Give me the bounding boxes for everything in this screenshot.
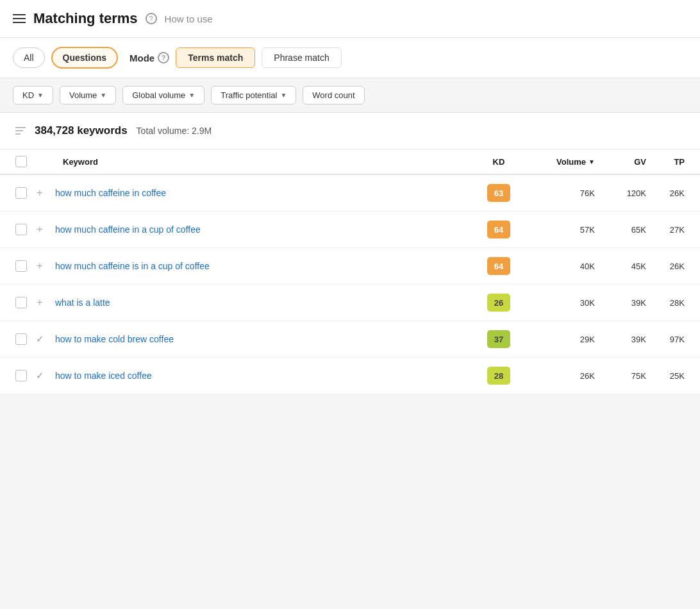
- volume-1: 57K: [524, 225, 595, 235]
- mode-help-icon[interactable]: ?: [158, 52, 169, 63]
- word-count-filter-btn[interactable]: Word count: [303, 86, 364, 104]
- gv-1: 65K: [595, 225, 646, 235]
- tp-4: 97K: [646, 335, 685, 344]
- kd-badge-4: 37: [487, 330, 510, 348]
- kd-col-1: 64: [473, 221, 524, 238]
- add-keyword-icon[interactable]: +: [33, 187, 46, 199]
- row-checkbox-3[interactable]: [15, 297, 27, 308]
- mode-label: Mode ?: [129, 52, 169, 63]
- table-row: + how much caffeine is in a cup of coffe…: [0, 248, 700, 285]
- volume-sort-arrow: ▼: [588, 158, 595, 165]
- header-checkbox[interactable]: [15, 156, 27, 167]
- tp-2: 26K: [646, 262, 685, 271]
- questions-filter-btn[interactable]: Questions: [51, 47, 118, 69]
- page-title: Matching terms: [33, 10, 138, 27]
- volume-0: 76K: [524, 188, 595, 198]
- gv-5: 75K: [595, 371, 646, 381]
- kd-col-0: 63: [473, 184, 524, 202]
- kd-badge-2: 64: [487, 257, 510, 275]
- th-keyword: Keyword: [33, 157, 473, 167]
- kd-col-3: 26: [473, 294, 524, 312]
- volume-4: 29K: [524, 335, 595, 344]
- table-header: Keyword KD Volume ▼ GV TP: [0, 149, 700, 175]
- table-row: + how much caffeine in a cup of coffee 6…: [0, 212, 700, 248]
- filter-bar: All Questions Mode ? Terms match Phrase …: [0, 38, 700, 78]
- keyword-link-1[interactable]: how much caffeine in a cup of coffee: [55, 224, 473, 235]
- how-to-use-link[interactable]: How to use: [165, 13, 213, 24]
- table-row: ✓ how to make iced coffee 28 26K 75K 25K: [0, 358, 700, 394]
- check-keyword-icon[interactable]: ✓: [33, 333, 46, 345]
- terms-match-btn[interactable]: Terms match: [176, 47, 255, 68]
- volume-2: 40K: [524, 262, 595, 271]
- row-checkbox-2[interactable]: [15, 260, 27, 272]
- add-keyword-icon[interactable]: +: [33, 260, 46, 272]
- tp-0: 26K: [646, 188, 685, 198]
- table-row: ✓ how to make cold brew coffee 37 29K 39…: [0, 321, 700, 358]
- gv-3: 39K: [595, 298, 646, 308]
- volume-5: 26K: [524, 371, 595, 381]
- row-checkbox-4[interactable]: [15, 333, 27, 345]
- tp-1: 27K: [646, 225, 685, 235]
- th-kd: KD: [473, 157, 524, 167]
- table-body: + how much caffeine in coffee 63 76K 120…: [0, 175, 700, 394]
- row-checkbox-0[interactable]: [15, 187, 27, 199]
- add-keyword-icon[interactable]: +: [33, 224, 46, 235]
- volume-dropdown-arrow: ▼: [100, 92, 106, 99]
- kd-col-5: 28: [473, 367, 524, 385]
- tp-dropdown-arrow: ▼: [280, 92, 287, 99]
- tp-3: 28K: [646, 298, 685, 308]
- header: Matching terms ? How to use: [0, 0, 700, 38]
- gv-2: 45K: [595, 262, 646, 271]
- phrase-match-btn[interactable]: Phrase match: [262, 47, 341, 68]
- keyword-link-3[interactable]: what is a latte: [55, 297, 473, 308]
- th-volume[interactable]: Volume ▼: [524, 157, 595, 167]
- total-volume: Total volume: 2.9M: [137, 126, 212, 136]
- table-row: + what is a latte 26 30K 39K 28K: [0, 285, 700, 321]
- check-keyword-icon[interactable]: ✓: [33, 370, 46, 381]
- keyword-link-5[interactable]: how to make iced coffee: [55, 371, 473, 381]
- volume-filter-btn[interactable]: Volume ▼: [60, 86, 116, 104]
- kd-badge-3: 26: [487, 294, 510, 312]
- kd-dropdown-arrow: ▼: [37, 92, 44, 99]
- kd-badge-5: 28: [487, 367, 510, 385]
- kd-filter-btn[interactable]: KD ▼: [13, 86, 53, 104]
- kd-col-4: 37: [473, 330, 524, 348]
- kd-badge-1: 64: [487, 221, 510, 238]
- kd-col-2: 64: [473, 257, 524, 275]
- sort-icon: [15, 127, 26, 135]
- volume-3: 30K: [524, 298, 595, 308]
- hamburger-menu[interactable]: [13, 14, 26, 23]
- table-row: + how much caffeine in coffee 63 76K 120…: [0, 175, 700, 212]
- summary-row: 384,728 keywords Total volume: 2.9M: [0, 113, 700, 149]
- th-tp: TP: [646, 157, 685, 167]
- gv-4: 39K: [595, 335, 646, 344]
- th-gv: GV: [595, 157, 646, 167]
- gv-0: 120K: [595, 188, 646, 198]
- row-checkbox-5[interactable]: [15, 370, 27, 381]
- keyword-table: Keyword KD Volume ▼ GV TP + how much caf…: [0, 149, 700, 394]
- col-filter-bar: KD ▼ Volume ▼ Global volume ▼ Traffic po…: [0, 78, 700, 113]
- all-filter-btn[interactable]: All: [13, 47, 45, 68]
- row-checkbox-1[interactable]: [15, 224, 27, 235]
- add-keyword-icon[interactable]: +: [33, 297, 46, 308]
- keyword-link-0[interactable]: how much caffeine in coffee: [55, 188, 473, 198]
- gv-dropdown-arrow: ▼: [188, 92, 195, 99]
- kd-badge-0: 63: [487, 184, 510, 202]
- tp-5: 25K: [646, 371, 685, 381]
- traffic-potential-filter-btn[interactable]: Traffic potential ▼: [211, 86, 296, 104]
- keyword-link-4[interactable]: how to make cold brew coffee: [55, 334, 473, 344]
- help-icon[interactable]: ?: [146, 13, 157, 24]
- keyword-link-2[interactable]: how much caffeine is in a cup of coffee: [55, 261, 473, 271]
- global-volume-filter-btn[interactable]: Global volume ▼: [122, 86, 204, 104]
- keywords-count: 384,728 keywords: [35, 124, 128, 137]
